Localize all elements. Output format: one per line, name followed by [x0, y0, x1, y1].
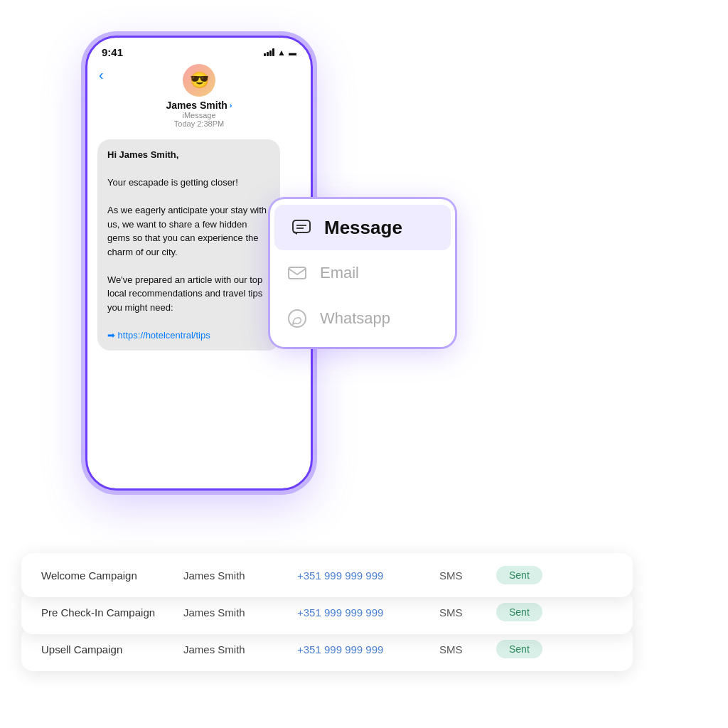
- campaign-name-2: Pre Check-In Campaign: [41, 606, 183, 619]
- campaign-status-3: Sent: [496, 640, 542, 658]
- contact-sub: iMessage Today 2:38PM: [174, 111, 224, 128]
- campaign-phone-1: +351 999 999 999: [297, 569, 439, 582]
- email-icon: [284, 260, 310, 286]
- avatar: 😎: [183, 64, 215, 97]
- campaign-phone-2: +351 999 999 999: [297, 606, 439, 619]
- channel-item-whatsapp[interactable]: Whatsapp: [270, 296, 455, 341]
- back-button[interactable]: ‹: [99, 67, 104, 83]
- campaign-contact-3: James Smith: [183, 643, 297, 655]
- channel-popup: Message Email Whatsapp: [270, 199, 455, 347]
- campaign-name-1: Welcome Campaign: [41, 569, 183, 582]
- campaign-contact-2: James Smith: [183, 606, 297, 619]
- whatsapp-icon: [284, 306, 310, 331]
- message-link[interactable]: ➡ https://hotelcentral/tips: [107, 330, 210, 341]
- channel-label-message: Message: [324, 217, 402, 239]
- campaign-type-3: SMS: [439, 643, 496, 655]
- campaign-type-1: SMS: [439, 569, 496, 582]
- campaign-contact-1: James Smith: [183, 569, 297, 582]
- channel-label-email: Email: [320, 264, 359, 282]
- svg-point-4: [289, 310, 306, 327]
- chevron-icon: ›: [230, 101, 232, 109]
- wifi-icon: ▲: [277, 48, 286, 58]
- campaign-row-1: Welcome Campaign James Smith +351 999 99…: [21, 553, 633, 597]
- contact-name: James Smith ›: [166, 100, 232, 111]
- channel-label-whatsapp: Whatsapp: [320, 309, 390, 328]
- svg-rect-0: [293, 220, 310, 232]
- status-bar: 9:41 ▲ ▬: [87, 38, 311, 61]
- svg-rect-3: [289, 267, 306, 279]
- channel-item-message[interactable]: Message: [274, 205, 451, 250]
- status-icons: ▲ ▬: [264, 48, 296, 58]
- message-icon: [289, 215, 314, 240]
- contact-header: ‹ 😎 James Smith › iMessage Today 2:38PM: [87, 61, 311, 134]
- campaign-status-1: Sent: [496, 566, 542, 584]
- campaign-name-3: Upsell Campaign: [41, 643, 183, 655]
- campaign-phone-3: +351 999 999 999: [297, 643, 439, 655]
- campaign-type-2: SMS: [439, 606, 496, 619]
- message-bubble: Hi James Smith, Your escapade is getting…: [97, 139, 280, 350]
- battery-icon: ▬: [289, 48, 296, 57]
- campaign-status-2: Sent: [496, 603, 542, 621]
- signal-icon: [264, 48, 274, 56]
- status-time: 9:41: [102, 46, 123, 58]
- channel-item-email[interactable]: Email: [270, 250, 455, 296]
- campaigns-container: Welcome Campaign James Smith +351 999 99…: [21, 553, 633, 671]
